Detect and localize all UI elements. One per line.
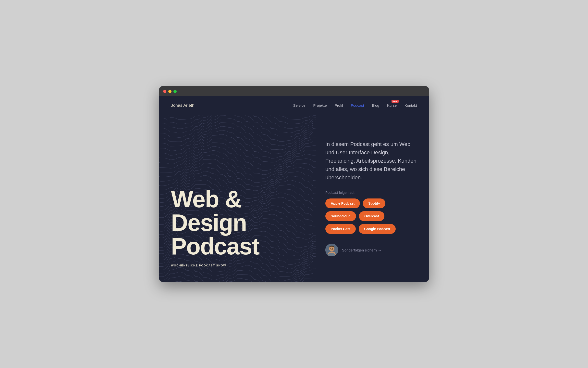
sidebar-item-service[interactable]: Service — [293, 103, 305, 108]
sidebar-item-projekte[interactable]: Projekte — [313, 103, 327, 108]
hero-description: In diesem Podcast geht es um Web und Use… — [325, 140, 417, 182]
nav-link-service[interactable]: Service — [293, 103, 305, 107]
sidebar-item-kurse[interactable]: Kurse Neu! — [387, 103, 397, 108]
hero-left: Web & Design Podcast Wöchentliche Podcas… — [159, 115, 316, 282]
nav-links: Service Projekte Profil Podcast Blog Kur… — [293, 103, 417, 108]
overcast-button[interactable]: Overcast — [359, 211, 384, 221]
avatar-image — [325, 244, 338, 256]
sidebar-item-podcast[interactable]: Podcast — [351, 103, 364, 108]
neu-badge: Neu! — [392, 100, 399, 103]
sidebar-item-profil[interactable]: Profil — [335, 103, 343, 108]
nav-logo[interactable]: Jonas Arleth — [171, 103, 195, 108]
nav-link-profil[interactable]: Profil — [335, 103, 343, 107]
podcast-buttons: Apple Podcast Spotify Soundcloud Overcas… — [325, 198, 417, 234]
maximize-button[interactable] — [173, 90, 177, 93]
nav-link-blog[interactable]: Blog — [372, 103, 379, 107]
website: Jonas Arleth Service Projekte Profil Pod… — [159, 96, 429, 282]
svg-point-4 — [331, 248, 331, 249]
nav-link-kontakt[interactable]: Kontakt — [404, 103, 417, 107]
browser-chrome — [159, 86, 429, 96]
nav-link-kurse[interactable]: Kurse — [387, 103, 397, 107]
svg-point-5 — [332, 248, 333, 249]
nav: Jonas Arleth Service Projekte Profil Pod… — [159, 96, 429, 115]
author-avatar — [325, 244, 338, 256]
hero-subtitle: Wöchentliche Podcast Show — [171, 264, 304, 267]
hero-title: Web & Design Podcast — [171, 187, 304, 258]
pocket-cast-button[interactable]: Pocket Cast — [325, 224, 356, 234]
nav-link-projekte[interactable]: Projekte — [313, 103, 327, 107]
podcast-label: Podcast folgen auf: — [325, 191, 417, 195]
hero-section: Web & Design Podcast Wöchentliche Podcas… — [159, 115, 429, 282]
sidebar-item-blog[interactable]: Blog — [372, 103, 379, 108]
minimize-button[interactable] — [168, 90, 172, 93]
google-podcast-button[interactable]: Google Podcast — [359, 224, 396, 234]
close-button[interactable] — [163, 90, 166, 93]
spotify-button[interactable]: Spotify — [363, 198, 385, 208]
sidebar-item-kontakt[interactable]: Kontakt — [404, 103, 417, 108]
author-row: Sonderfolgen sichern → — [325, 244, 417, 256]
browser-window: Jonas Arleth Service Projekte Profil Pod… — [159, 86, 429, 282]
nav-link-podcast[interactable]: Podcast — [351, 103, 364, 107]
hero-right: In diesem Podcast geht es um Web und Use… — [316, 115, 429, 282]
apple-podcast-button[interactable]: Apple Podcast — [325, 198, 360, 208]
sonderfolgen-link[interactable]: Sonderfolgen sichern → — [342, 248, 381, 252]
soundcloud-button[interactable]: Soundcloud — [325, 211, 356, 221]
